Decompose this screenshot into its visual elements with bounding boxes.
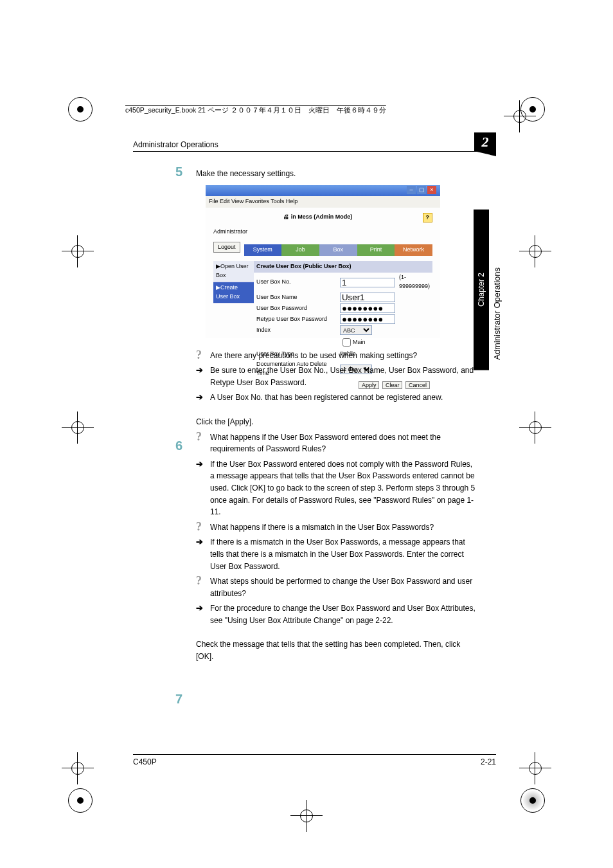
step-6-text: Click the [Apply]. xyxy=(196,416,475,428)
chapter-num-corner: 2 xyxy=(474,132,496,151)
arrow-icon: ➔ xyxy=(196,392,203,402)
tab-print[interactable]: Print xyxy=(357,244,395,256)
index-select[interactable]: ABC xyxy=(340,325,372,335)
q2: What happens if the User Box Password en… xyxy=(210,433,441,454)
a2: If the User Box Password entered does no… xyxy=(210,460,475,516)
user-box-name-input[interactable] xyxy=(340,293,395,302)
a4: For the procedure to change the User Box… xyxy=(210,604,475,625)
question-icon: ? xyxy=(196,430,202,444)
step-5-text: Make the necessary settings. xyxy=(196,168,475,180)
user-box-rpw-input[interactable] xyxy=(340,314,395,324)
nav-create-user-box[interactable]: ▶Create User Box xyxy=(213,282,254,303)
q1: Are there any precautions to be used whe… xyxy=(210,351,417,360)
arrow-icon: ➔ xyxy=(196,365,203,375)
question-icon: ? xyxy=(196,348,202,362)
footer-page: 2-21 xyxy=(481,757,496,766)
arrow-icon: ➔ xyxy=(196,537,203,547)
tab-job[interactable]: Job xyxy=(281,244,319,256)
section-title: Administrator Operations xyxy=(133,140,218,149)
footer-model: C450P xyxy=(133,757,157,766)
tab-network[interactable]: Network xyxy=(395,244,432,256)
logout-button[interactable]: Logout xyxy=(213,242,240,253)
a3: If there is a mismatch in the User Box P… xyxy=(210,538,465,570)
side-tab: Chapter 2 Administrator Operations xyxy=(474,210,505,370)
tab-box[interactable]: Box xyxy=(319,244,357,256)
q3: What happens if there is a mismatch in t… xyxy=(210,523,434,532)
step-7-text: Check the message that tells that the se… xyxy=(196,638,475,662)
step-7-num: 7 xyxy=(175,692,182,707)
step-6-num: 6 xyxy=(175,439,182,453)
user-box-pw-input[interactable] xyxy=(340,303,395,313)
a1: Be sure to enter the User Box No., User … xyxy=(210,366,474,387)
arrow-icon: ➔ xyxy=(196,459,203,469)
q4: What steps should be performed to change… xyxy=(210,577,472,598)
user-box-no-input[interactable] xyxy=(340,278,395,287)
ruler: c450P_security_E.book 21 ページ ２００７年４月１０日 … xyxy=(125,106,386,115)
main-checkbox[interactable] xyxy=(342,338,351,347)
nav-open-user-box[interactable]: ▶Open User Box xyxy=(213,261,254,282)
step-5-num: 5 xyxy=(175,165,182,179)
screenshot: –▢× File Edit View Favorites Tools Help … xyxy=(206,185,440,338)
question-icon: ? xyxy=(196,574,202,588)
a1b: A User Box No. that has been registered … xyxy=(210,393,443,402)
arrow-icon: ➔ xyxy=(196,603,203,613)
question-icon: ? xyxy=(196,520,202,534)
tab-system[interactable]: System xyxy=(244,244,282,256)
